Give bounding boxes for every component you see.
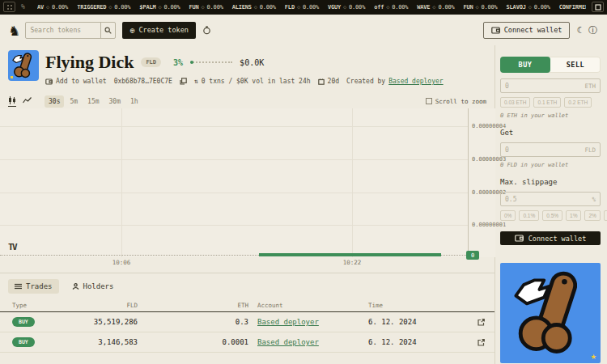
promo-icon[interactable] <box>202 26 211 35</box>
diamond-icon: ◇ <box>343 4 346 11</box>
ticker-percent-toggle[interactable]: % <box>21 3 25 11</box>
pay-amount-box: ETH <box>500 78 601 93</box>
connect-wallet-button[interactable]: Connect wallet <box>483 22 571 39</box>
diamond-icon: ◇ <box>386 4 389 11</box>
get-currency-label: FLD <box>584 146 596 154</box>
slippage-option-button[interactable]: 1% <box>566 210 581 221</box>
trades-tabs: Trades Holders <box>8 279 120 294</box>
calendar-icon <box>318 78 325 85</box>
ticker-item[interactable]: off◇0.00% <box>374 4 408 11</box>
external-link-icon[interactable] <box>478 339 485 346</box>
deployer-link[interactable]: Based deployer <box>388 78 443 85</box>
holders-icon <box>72 283 79 290</box>
ticker-settings-icon[interactable] <box>3 2 15 12</box>
ticker-item[interactable]: SLAVOJ◇0.00% <box>507 4 550 11</box>
buy-badge: BUY <box>12 317 35 327</box>
main-panel: Flying Dick FLD 3% $0.0K Add to wallet 0… <box>0 45 495 364</box>
account-link[interactable]: Based deployer <box>257 318 319 326</box>
plus-circle-icon: ⊕ <box>129 26 134 35</box>
pay-currency-label: ETH <box>584 83 596 90</box>
wallet-icon <box>491 27 500 34</box>
list-icon <box>15 283 22 290</box>
token-age: 20d <box>318 78 339 85</box>
slippage-option-button[interactable]: 0% <box>500 210 516 221</box>
ticker-item[interactable]: FUN◇0.00% <box>463 4 497 11</box>
bonding-progress-bar <box>190 61 232 63</box>
buy-tab[interactable]: BUY <box>500 57 550 73</box>
quick-amount-button[interactable]: 0.2 ETH <box>564 97 592 108</box>
chart-toolbar: 30s 5m 15m 30m 1h Scroll to zoom <box>8 94 486 108</box>
external-link-icon[interactable] <box>478 319 485 326</box>
slippage-option-button[interactable]: 5% <box>604 210 607 221</box>
slippage-option-button[interactable]: 0.1% <box>519 210 539 221</box>
ticker-item[interactable]: FLD◇0.00% <box>285 4 319 11</box>
quick-amounts: 0.03 ETH 0.1 ETH 0.2 ETH <box>500 97 601 108</box>
slippage-option-button[interactable]: 0.5% <box>542 210 562 221</box>
diamond-icon: ◇ <box>202 4 205 11</box>
trades-table: Type FLD ETH Account Time BUY 35,519,286… <box>0 299 495 353</box>
add-to-wallet-button[interactable]: Add to wallet <box>45 78 107 85</box>
search-box[interactable] <box>25 22 116 39</box>
search-icon[interactable] <box>100 23 115 38</box>
tab-trades[interactable]: Trades <box>8 279 59 294</box>
ticker-item[interactable]: CONFIRMED◇0.00% <box>559 4 586 11</box>
scroll-to-zoom-checkbox[interactable] <box>426 98 432 104</box>
txn-stats: ⇅ 0 txns / $0K vol in last 24h <box>194 78 311 85</box>
wallet-icon <box>515 235 524 242</box>
token-symbol-badge: FLD <box>141 57 161 67</box>
diamond-icon: ◇ <box>108 4 112 11</box>
ticker-item[interactable]: WAVE◇0.00% <box>417 4 454 11</box>
candlestick-chart-icon[interactable] <box>8 96 16 107</box>
slippage-option-button[interactable]: 2% <box>584 210 600 221</box>
ticker-expand-icon[interactable] <box>592 2 604 12</box>
connect-wallet-button-sidebar[interactable]: Connect wallet <box>500 231 601 245</box>
ticker-item[interactable]: VGUY◇0.00% <box>328 4 365 11</box>
price-chart[interactable]: 0.00000004 0.00000003 0.00000002 0.00000… <box>0 108 495 257</box>
star-pixel <box>11 76 13 78</box>
x-axis-label: 10:22 <box>343 259 362 266</box>
scroll-to-zoom-toggle[interactable]: Scroll to zoom <box>426 98 486 105</box>
timeframe-30s[interactable]: 30s <box>45 95 64 108</box>
app-logo-horse-icon[interactable]: ♞ <box>10 23 19 38</box>
timeframe-1h[interactable]: 1h <box>126 95 142 108</box>
diamond-icon: ◇ <box>158 4 161 11</box>
account-link[interactable]: Based deployer <box>257 338 319 346</box>
timeframe-group: 30s 5m 15m 30m 1h <box>45 95 142 108</box>
tradingview-logo[interactable]: TV <box>8 242 16 252</box>
table-row: BUY 35,519,286 0.3 Based deployer 6. 12.… <box>0 312 495 332</box>
create-token-button[interactable]: ⊕ Create token <box>122 22 195 39</box>
diamond-icon: ◇ <box>297 4 300 11</box>
sell-tab[interactable]: SELL <box>550 57 601 73</box>
tab-holders[interactable]: Holders <box>66 279 121 294</box>
current-price-badge: 0 <box>466 251 479 260</box>
ticker-item[interactable]: ALIENS◇0.00% <box>232 4 276 11</box>
slippage-unit-label: % <box>592 196 596 203</box>
search-input[interactable] <box>26 27 100 34</box>
copy-address-icon[interactable] <box>180 78 187 85</box>
info-icon[interactable]: ⓘ <box>588 24 597 36</box>
slippage-input[interactable] <box>505 196 592 203</box>
timeframe-5m[interactable]: 5m <box>66 95 82 108</box>
quick-amount-button[interactable]: 0.03 ETH <box>500 97 530 108</box>
timeframe-15m[interactable]: 15m <box>83 95 103 108</box>
theme-toggle-moon-icon[interactable]: ☾ <box>576 25 582 36</box>
diamond-icon: ◇ <box>432 4 435 11</box>
ticker-item[interactable]: AV◇0.00% <box>37 4 68 11</box>
token-image: ★ <box>500 263 601 363</box>
x-axis-label: 10:06 <box>112 259 131 266</box>
get-amount-input[interactable] <box>505 146 584 154</box>
ticker-item[interactable]: $PALM◇0.00% <box>139 4 180 11</box>
table-header: Type FLD ETH Account Time <box>0 299 495 312</box>
diamond-icon: ◇ <box>476 4 479 11</box>
get-label: Get <box>500 129 601 137</box>
token-header: Flying Dick FLD 3% $0.0K Add to wallet 0… <box>8 50 495 92</box>
pay-amount-input[interactable] <box>505 83 584 90</box>
ticker-item[interactable]: TRIGGERED◇0.00% <box>77 4 130 11</box>
token-marketcap: $0.0K <box>240 58 264 67</box>
timeframe-30m[interactable]: 30m <box>105 95 125 108</box>
ticker-bar: % AV◇0.00% TRIGGERED◇0.00% $PALM◇0.00% F… <box>0 0 607 15</box>
ticker-item[interactable]: FUN◇0.00% <box>189 4 223 11</box>
line-chart-icon[interactable] <box>23 96 32 107</box>
slippage-box: % <box>500 192 601 206</box>
quick-amount-button[interactable]: 0.1 ETH <box>533 97 561 108</box>
